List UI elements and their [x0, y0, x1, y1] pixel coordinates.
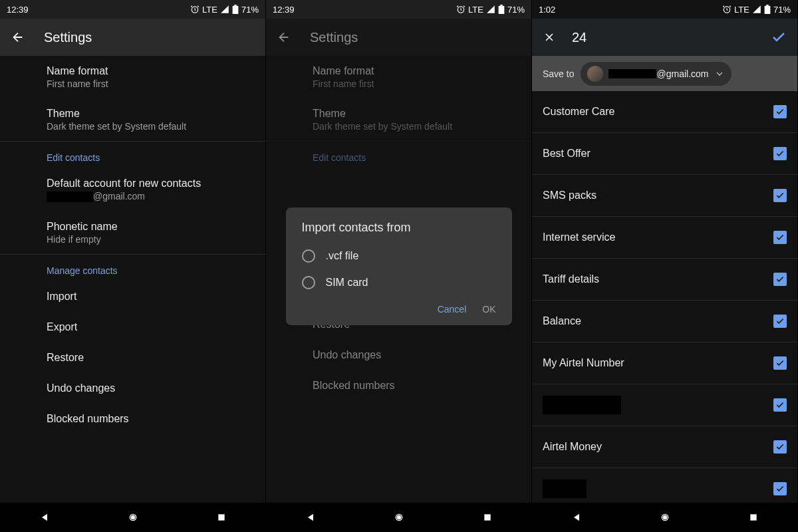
save-to-label: Save to	[543, 68, 574, 79]
section-manage-contacts: Manage contacts	[0, 255, 265, 281]
row-name-format[interactable]: Name format First name first	[0, 56, 265, 98]
row-blocked-numbers[interactable]: Blocked numbers	[0, 404, 265, 434]
radio-icon	[302, 249, 315, 263]
contact-row[interactable]: Airtel Money	[532, 426, 797, 468]
battery-icon	[498, 5, 505, 14]
row-import[interactable]: Import	[0, 281, 265, 312]
dialog-actions: Cancel OK	[286, 296, 512, 320]
contact-row[interactable]: Tariff details	[532, 259, 797, 301]
contact-row[interactable]: SMS packs	[532, 175, 797, 217]
title-bar: Settings	[266, 19, 531, 56]
screen-import-dialog: 12:39 LTE 71% Settings Name formatFirst …	[266, 0, 532, 532]
section-edit-contacts: Edit contacts	[0, 142, 265, 168]
status-bar: 12:39 LTE 71%	[0, 0, 265, 19]
status-time: 1:02	[539, 5, 555, 15]
status-bar: 12:39 LTE 71%	[266, 0, 531, 19]
checkbox[interactable]	[773, 105, 787, 118]
checkbox[interactable]	[773, 273, 787, 286]
row-undo-changes[interactable]: Undo changes	[0, 373, 265, 404]
cancel-button[interactable]: Cancel	[438, 304, 467, 315]
ok-button[interactable]: OK	[482, 304, 495, 315]
row-default-account[interactable]: Default account for new contacts @gmail.…	[0, 168, 265, 211]
checkbox[interactable]	[773, 147, 787, 160]
svg-rect-11	[484, 514, 490, 520]
nav-back-icon[interactable]	[304, 511, 317, 524]
svg-rect-1	[233, 6, 239, 14]
checkbox[interactable]	[773, 482, 787, 495]
checkbox[interactable]	[773, 231, 787, 244]
svg-rect-14	[766, 5, 769, 6]
alarm-icon	[456, 5, 466, 14]
svg-rect-2	[234, 5, 237, 6]
nav-home-icon[interactable]	[658, 511, 672, 524]
contact-name: Balance	[543, 315, 581, 327]
nav-bar	[532, 503, 797, 532]
nav-bar	[0, 503, 265, 532]
contact-row[interactable]: Internet service	[532, 217, 797, 259]
nav-bar	[266, 503, 531, 532]
confirm-icon[interactable]	[771, 29, 787, 45]
nav-back-icon[interactable]	[38, 511, 51, 524]
contact-name: Airtel Money	[543, 441, 602, 453]
checkbox[interactable]	[773, 398, 787, 412]
contact-row[interactable]	[532, 384, 797, 426]
nav-recents-icon[interactable]	[747, 511, 760, 524]
close-icon[interactable]	[543, 31, 556, 44]
nav-home-icon[interactable]	[126, 511, 140, 524]
signal-icon	[752, 5, 761, 14]
contact-row[interactable]: Customer Care	[532, 91, 797, 133]
svg-point-10	[397, 515, 400, 519]
row-theme[interactable]: Theme Dark theme set by System default	[0, 98, 265, 141]
save-to-bar: Save to @gmail.com	[532, 56, 797, 91]
radio-sim[interactable]: SIM card	[286, 269, 512, 296]
svg-point-16	[663, 515, 666, 519]
status-bar: 1:02 LTE 71%	[532, 0, 797, 19]
contact-name: My Airtel Number	[543, 357, 624, 369]
contact-row[interactable]: Balance	[532, 301, 797, 342]
checkbox[interactable]	[773, 189, 787, 202]
contact-name: Customer Care	[543, 106, 614, 118]
title-bar: Settings	[0, 19, 265, 56]
back-icon[interactable]	[11, 30, 25, 45]
battery-label: 71%	[507, 5, 525, 15]
checkbox[interactable]	[773, 315, 787, 328]
chevron-down-icon	[714, 68, 725, 79]
contact-name: SMS packs	[543, 190, 597, 201]
contact-name: Tariff details	[543, 273, 599, 285]
contact-row[interactable]: Best Offer	[532, 133, 797, 175]
status-right: LTE 71%	[722, 5, 791, 15]
contact-name	[543, 479, 587, 498]
contact-name: Best Offer	[543, 148, 591, 160]
network-label: LTE	[202, 5, 217, 15]
svg-rect-17	[750, 514, 756, 520]
screen-settings: 12:39 LTE 71% Settings Name format First…	[0, 0, 266, 532]
row-export[interactable]: Export	[0, 312, 265, 342]
radio-icon	[302, 276, 315, 289]
alarm-icon	[722, 5, 732, 14]
network-label: LTE	[468, 5, 483, 15]
svg-rect-7	[499, 6, 505, 14]
nav-home-icon[interactable]	[392, 511, 406, 524]
redacted-account-prefix	[608, 69, 656, 78]
selection-bar: 24	[532, 19, 797, 56]
selection-count: 24	[572, 30, 587, 45]
dialog-title: Import contacts from	[286, 221, 512, 243]
battery-label: 71%	[773, 5, 791, 15]
checkbox[interactable]	[773, 356, 787, 370]
row-phonetic-name[interactable]: Phonetic name Hide if empty	[0, 211, 265, 254]
battery-label: 71%	[241, 5, 259, 15]
nav-recents-icon[interactable]	[481, 511, 494, 524]
checkbox[interactable]	[773, 440, 787, 454]
row-restore[interactable]: Restore	[0, 342, 265, 373]
nav-back-icon[interactable]	[570, 511, 583, 524]
network-label: LTE	[734, 5, 749, 15]
page-title: Settings	[310, 30, 358, 45]
status-right: LTE 71%	[456, 5, 525, 15]
contacts-list[interactable]: Customer CareBest OfferSMS packsInternet…	[532, 91, 797, 532]
battery-icon	[764, 5, 771, 14]
contact-row[interactable]: My Airtel Number	[532, 342, 797, 384]
alarm-icon	[190, 5, 200, 14]
radio-vcf[interactable]: .vcf file	[286, 243, 512, 269]
account-selector[interactable]: @gmail.com	[581, 62, 731, 86]
nav-recents-icon[interactable]	[215, 511, 228, 524]
